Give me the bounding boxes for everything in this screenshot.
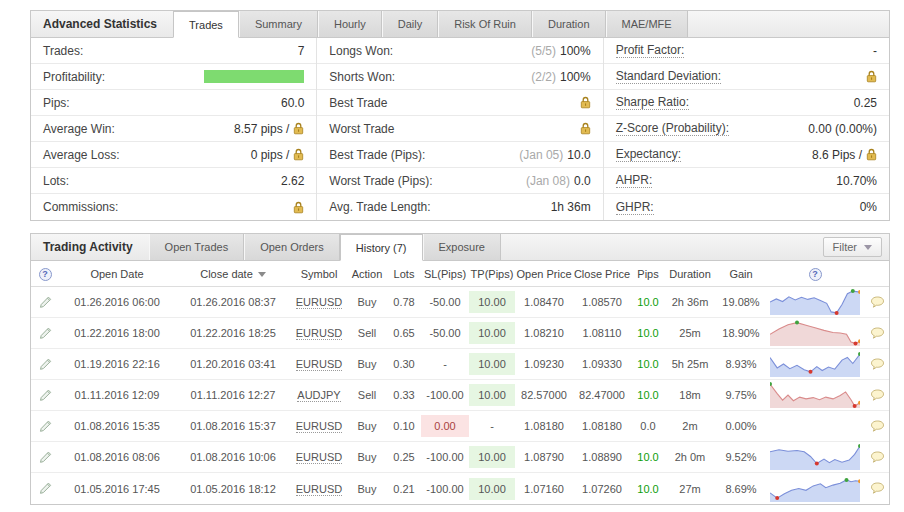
- col-header-open-price[interactable]: Open Price: [515, 268, 573, 280]
- advanced-statistics-panel: Advanced Statistics TradesSummaryHourlyD…: [30, 10, 890, 221]
- stat-label-ghpr[interactable]: GHPR:: [616, 200, 654, 215]
- stat-label-profit-factor[interactable]: Profit Factor:: [616, 43, 685, 58]
- tab-trades[interactable]: Trades: [173, 11, 239, 38]
- col-header-duration[interactable]: Duration: [665, 268, 715, 280]
- stat-label-standard-deviation[interactable]: Standard Deviation:: [616, 69, 721, 84]
- comment-icon[interactable]: [870, 389, 885, 402]
- comment-icon[interactable]: [870, 451, 885, 464]
- close-price: 1.07260: [573, 483, 631, 495]
- tab-duration[interactable]: Duration: [532, 11, 606, 37]
- edit-cell: [31, 481, 59, 496]
- comment-icon[interactable]: [870, 327, 885, 340]
- edit-note-icon[interactable]: [38, 419, 53, 434]
- symbol-link[interactable]: EURUSD: [296, 420, 342, 433]
- stat-value-text: 0.0: [574, 174, 591, 188]
- symbol-link[interactable]: EURUSD: [296, 327, 342, 340]
- lock-icon[interactable]: [866, 70, 877, 83]
- tab-exposure[interactable]: Exposure: [423, 234, 501, 260]
- symbol-link[interactable]: EURUSD: [296, 296, 342, 309]
- comment-icon[interactable]: [870, 296, 885, 309]
- comment-icon[interactable]: [870, 420, 885, 433]
- edit-note-icon[interactable]: [38, 450, 53, 465]
- trading-activity-title: Trading Activity: [31, 234, 149, 260]
- col-header-close-price[interactable]: Close Price: [573, 268, 631, 280]
- stat-value-text: 60.0: [281, 96, 304, 110]
- stat-label-sharpe-ratio[interactable]: Sharpe Ratio:: [616, 95, 689, 110]
- col-header-symbol[interactable]: Symbol: [291, 268, 347, 280]
- stat-label-expectancy[interactable]: Expectancy:: [616, 147, 681, 162]
- action: Buy: [347, 451, 387, 463]
- tab-history-7[interactable]: History (7): [340, 234, 423, 261]
- gain: 9.75%: [715, 389, 767, 401]
- edit-cell: [31, 419, 59, 434]
- tab-open-orders[interactable]: Open Orders: [244, 234, 340, 260]
- trading-activity-panel: Trading Activity Open TradesOpen OrdersH…: [30, 233, 890, 505]
- lock-icon[interactable]: [580, 122, 591, 135]
- help-icon[interactable]: ?: [809, 268, 822, 281]
- symbol-link[interactable]: EURUSD: [296, 483, 342, 496]
- col-header-pips[interactable]: Pips: [631, 268, 665, 280]
- action: Buy: [347, 420, 387, 432]
- col-header-tp-pips[interactable]: TP(Pips): [469, 268, 515, 280]
- tab-hourly[interactable]: Hourly: [318, 11, 382, 37]
- stat-value-text: 0%: [860, 200, 877, 214]
- stat-value-average-loss: 0 pips /: [251, 148, 305, 162]
- col-header-gain[interactable]: Gain: [715, 268, 767, 280]
- stat-value-text: 0.25: [854, 96, 877, 110]
- sparkline-cell: [767, 382, 863, 408]
- lock-icon[interactable]: [293, 201, 304, 214]
- edit-note-icon[interactable]: [38, 481, 53, 496]
- tab-mae-mfe[interactable]: MAE/MFE: [606, 11, 688, 37]
- spark-marker-red: [809, 370, 813, 374]
- tab-summary[interactable]: Summary: [239, 11, 318, 37]
- stat-label-longs-won: Longs Won:: [329, 44, 393, 58]
- filter-button[interactable]: Filter: [823, 237, 882, 257]
- edit-note-icon[interactable]: [38, 388, 53, 403]
- stat-commissions: Commissions:: [31, 194, 316, 220]
- symbol-link[interactable]: AUDJPY: [297, 389, 340, 402]
- symbol-link[interactable]: EURUSD: [296, 358, 342, 371]
- stats-column-1: Trades:7Profitability:Pips:60.0Average W…: [31, 38, 316, 220]
- lock-icon[interactable]: [866, 148, 877, 161]
- col-header-lots[interactable]: Lots: [387, 268, 421, 280]
- stat-expectancy: Expectancy:8.6 Pips /: [604, 142, 889, 168]
- comment-icon[interactable]: [870, 358, 885, 371]
- close-date: 01.08.2016 15:37: [175, 420, 291, 432]
- symbol-link[interactable]: EURUSD: [296, 451, 342, 464]
- stat-value-z-score-probability: 0.00 (0.00%): [808, 122, 877, 136]
- comment-icon[interactable]: [870, 482, 885, 495]
- stat-value-text: 100%: [560, 44, 591, 58]
- spark-marker-green: [845, 477, 849, 481]
- lock-icon[interactable]: [293, 122, 304, 135]
- col-header-open-date[interactable]: Open Date: [59, 268, 175, 280]
- sl-pips: -100.00: [421, 451, 469, 463]
- open-price: 82.57000: [515, 389, 573, 401]
- stat-z-score-probability: Z-Score (Probability):0.00 (0.00%): [604, 116, 889, 142]
- col-header-close-date[interactable]: Close date: [175, 268, 291, 280]
- stat-label-z-score-probability[interactable]: Z-Score (Probability):: [616, 121, 729, 136]
- col-header-sl-pips[interactable]: SL(Pips): [421, 268, 469, 280]
- stat-label-average-win: Average Win:: [43, 122, 115, 136]
- stat-label-worst-trade: Worst Trade: [329, 122, 394, 136]
- open-price: 1.08210: [515, 327, 573, 339]
- pips-value: 10.0: [637, 483, 658, 495]
- stat-label-ahpr[interactable]: AHPR:: [616, 173, 653, 188]
- stat-best-trade-pips: Best Trade (Pips):(Jan 05)10.0: [317, 142, 602, 168]
- pips-value: 10.0: [637, 451, 658, 463]
- tab-open-trades[interactable]: Open Trades: [149, 234, 245, 260]
- profitability-bar: [204, 70, 304, 83]
- edit-note-icon[interactable]: [38, 326, 53, 341]
- tab-risk-of-ruin[interactable]: Risk Of Ruin: [438, 11, 532, 37]
- col-header-label: Open Date: [90, 268, 143, 280]
- symbol-cell: EURUSD: [291, 420, 347, 432]
- edit-note-icon[interactable]: [38, 357, 53, 372]
- stat-label-average-loss: Average Loss:: [43, 148, 120, 162]
- tp-pips: 10.00: [469, 478, 515, 500]
- help-icon[interactable]: ?: [39, 268, 52, 281]
- tab-daily[interactable]: Daily: [382, 11, 438, 37]
- lock-icon[interactable]: [580, 96, 591, 109]
- lock-icon[interactable]: [293, 148, 304, 161]
- edit-note-icon[interactable]: [38, 295, 53, 310]
- table-row: 01.05.2016 17:4501.05.2016 18:12EURUSDBu…: [31, 473, 889, 504]
- col-header-action[interactable]: Action: [347, 268, 387, 280]
